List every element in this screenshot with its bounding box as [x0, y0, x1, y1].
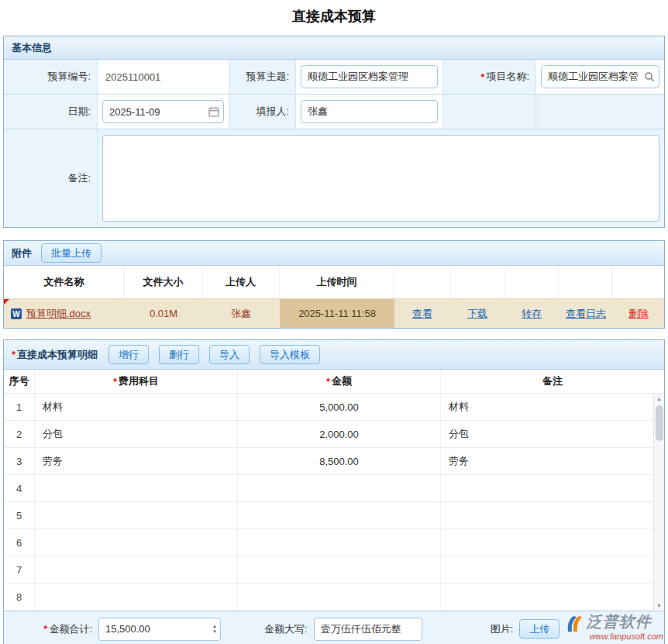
detail-toolbar: 增行 删行 导入 导入模板 — [108, 345, 320, 364]
remark-cell[interactable]: 劳务 — [441, 448, 653, 474]
remark-cell[interactable] — [441, 529, 653, 556]
basic-info-title: 基本信息 — [12, 41, 52, 55]
remark-textarea[interactable] — [102, 135, 659, 222]
budget-no-label-cell: 预算编号: — [4, 60, 97, 94]
amount-cell[interactable] — [238, 475, 441, 501]
svg-text:W: W — [12, 310, 20, 319]
date-field-cell — [97, 95, 229, 129]
subject-input[interactable] — [301, 65, 438, 88]
amount-cell[interactable] — [238, 529, 441, 556]
col-action-5 — [613, 266, 664, 298]
remark-label: 备注: — [67, 171, 91, 185]
detail-panel: * 直接成本预算明细 增行 删行 导入 导入模板 序号 * 费用科目 * 金额 … — [3, 339, 665, 644]
attachment-time-cell: 2025-11-11 11:58 — [280, 299, 394, 328]
col-action-3 — [504, 266, 559, 298]
remark-cell[interactable]: 分包 — [441, 421, 653, 447]
amount-cell[interactable] — [238, 556, 441, 583]
watermark: 泛普软件 www.fanpusoft.com — [565, 611, 663, 641]
watermark-brand: 泛普软件 — [587, 611, 652, 632]
attachments-table-header: 文件名称 文件大小 上传人 上传时间 — [4, 266, 664, 298]
view-log-link[interactable]: 查看日志 — [566, 307, 606, 321]
required-marker: * — [12, 349, 15, 360]
budget-no-value: 2025110001 — [102, 71, 160, 83]
search-icon[interactable] — [644, 71, 655, 82]
attachments-title: 附件 — [12, 246, 32, 260]
detail-table-header: 序号 * 费用科目 * 金额 备注 — [4, 370, 664, 394]
attachment-size-cell: 0.01M — [125, 299, 202, 328]
scrollbar[interactable]: ▲ ▼ — [653, 394, 664, 611]
date-input[interactable] — [102, 100, 224, 123]
date-label-cell: 日期: — [4, 95, 97, 129]
remark-cell[interactable] — [441, 584, 653, 610]
col-amount: * 金额 — [238, 370, 441, 393]
total-amount-input[interactable] — [98, 618, 221, 641]
image-upload-button[interactable]: 上传 — [519, 619, 560, 639]
date-label: 日期: — [67, 105, 91, 119]
col-action-2 — [450, 266, 504, 298]
remark-cell[interactable] — [441, 475, 653, 501]
view-link[interactable]: 查看 — [412, 307, 432, 321]
word-file-icon: W — [10, 308, 22, 320]
subject-cell[interactable]: 劳务 — [35, 448, 238, 474]
project-label-cell: * 项目名称: — [442, 60, 535, 94]
col-action-4 — [559, 266, 613, 298]
save-as-link[interactable]: 转存 — [522, 307, 542, 321]
budget-no-value-cell: 2025110001 — [97, 60, 229, 94]
remark-cell[interactable]: 材料 — [441, 394, 653, 420]
scroll-down-icon[interactable]: ▼ — [656, 601, 662, 610]
amount-cell[interactable] — [238, 584, 441, 610]
import-button[interactable]: 导入 — [209, 345, 250, 364]
table-row: 6 — [4, 529, 653, 556]
subject-cell[interactable] — [35, 556, 238, 583]
basic-info-header-bar: 基本信息 — [4, 36, 664, 60]
remark-cell[interactable] — [441, 502, 653, 529]
scroll-thumb[interactable] — [656, 405, 663, 441]
subject-label-cell: 预算主题: — [229, 60, 295, 94]
table-row: 7 — [4, 556, 653, 584]
subject-field-cell — [295, 60, 442, 94]
reporter-label-cell: 填报人: — [229, 95, 295, 129]
download-link[interactable]: 下载 — [467, 307, 487, 321]
amount-stepper[interactable]: ▲▼ — [212, 624, 217, 635]
scroll-up-icon[interactable]: ▲ — [656, 394, 662, 403]
col-uploader: 上传人 — [202, 266, 280, 298]
attachments-panel: 附件 批量上传 文件名称 文件大小 上传人 上传时间 W 预算明细.docx 0… — [3, 240, 665, 329]
add-row-button[interactable]: 增行 — [108, 345, 149, 364]
attachment-file-link[interactable]: 预算明细.docx — [26, 307, 91, 321]
project-input[interactable] — [541, 65, 659, 88]
subject-cell[interactable] — [35, 502, 238, 529]
amount-caps-input[interactable] — [314, 618, 422, 641]
subject-cell[interactable]: 材料 — [35, 394, 238, 420]
table-row: 3 劳务 8,500.00 劳务 — [4, 448, 653, 475]
col-file-size: 文件大小 — [125, 266, 202, 298]
amount-cell[interactable]: 5,000.00 — [238, 394, 441, 420]
amount-cell[interactable]: 8,500.00 — [238, 448, 441, 474]
amount-cell[interactable] — [238, 502, 441, 529]
image-label: 图片: — [491, 622, 514, 636]
col-upload-time: 上传时间 — [280, 266, 394, 298]
table-row: 5 — [4, 502, 653, 529]
remark-field-cell — [97, 129, 664, 227]
batch-upload-button[interactable]: 批量上传 — [41, 243, 102, 263]
delete-row-button[interactable]: 删行 — [159, 345, 199, 364]
col-no: 序号 — [4, 370, 35, 393]
calendar-icon[interactable] — [208, 106, 219, 117]
amount-caps-label: 金额大写: — [264, 622, 308, 636]
empty-field-cell — [535, 95, 664, 129]
subject-cell[interactable] — [35, 584, 238, 610]
subject-cell[interactable]: 分包 — [35, 421, 238, 447]
amount-cell[interactable]: 2,000.00 — [238, 421, 441, 447]
reporter-input[interactable] — [301, 100, 438, 123]
project-field-cell — [535, 60, 664, 94]
basic-info-row-2: 日期: 填报人: — [4, 94, 664, 129]
subject-cell[interactable] — [35, 475, 238, 501]
detail-table-body: 1 材料 5,000.00 材料 2 分包 2,000.00 分包 3 劳务 8… — [4, 394, 664, 611]
table-row: 4 — [4, 475, 653, 502]
attachments-header-bar: 附件 批量上传 — [4, 241, 664, 266]
remark-cell[interactable] — [441, 556, 653, 583]
import-template-button[interactable]: 导入模板 — [260, 345, 320, 364]
subject-cell[interactable] — [35, 529, 238, 556]
delete-link[interactable]: 删除 — [628, 307, 649, 321]
col-subject: * 费用科目 — [35, 370, 238, 393]
empty-label-cell — [442, 95, 535, 129]
